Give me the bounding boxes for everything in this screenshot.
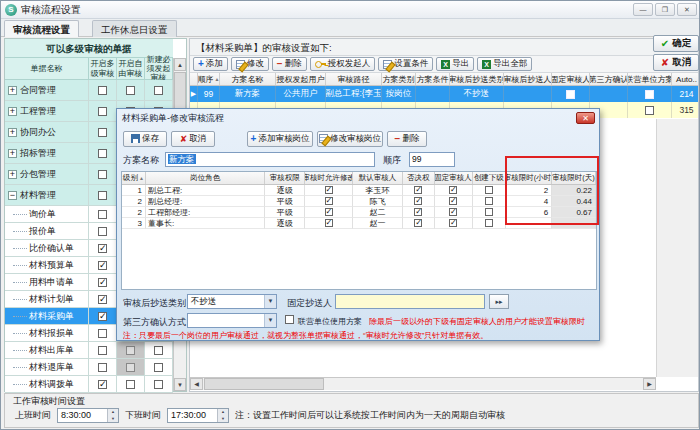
ok-button[interactable]: ✔ 确定 [653,35,699,52]
checkbox[interactable] [98,128,107,137]
checkbox[interactable] [98,149,107,158]
checkbox[interactable] [98,170,107,179]
checkbox[interactable] [645,106,654,115]
spin-down-icon[interactable]: ▼ [108,416,118,423]
checkbox[interactable] [98,295,107,304]
joint-unit-checkbox[interactable] [285,315,294,324]
table-hscrollbar[interactable]: ◀ ▶ [190,377,656,390]
tree-row-材料调拨单[interactable]: 材料调拨单 [5,376,173,393]
checkbox[interactable] [414,197,422,205]
dialog-cancel-button[interactable]: ✘取消 [171,131,215,147]
end-time-field[interactable]: 17:30:00 ▲▼ [167,408,229,423]
checkbox[interactable] [98,278,107,287]
scroll-right-icon[interactable]: ▶ [643,378,656,390]
checkbox[interactable] [98,329,107,338]
edit-icon [319,134,328,143]
tab-rest-day[interactable]: 工作休息日设置 [92,20,177,37]
checkbox[interactable] [325,219,333,227]
toolbar-button-授权发起人[interactable]: 授权发起人 [310,57,376,71]
checkbox[interactable] [449,208,457,216]
cc-type-value: 不抄送 [188,295,264,308]
expand-icon[interactable]: + [8,107,17,116]
scroll-up-icon[interactable]: ▲ [174,58,186,71]
scroll-down-icon[interactable]: ▼ [174,378,186,391]
order-input[interactable]: 99 [409,152,455,167]
chevron-down-icon[interactable]: ▼ [264,295,276,308]
scrollbar-thumb[interactable] [204,378,324,390]
chevron-down-icon[interactable]: ▼ [264,314,276,327]
checkbox[interactable] [154,346,163,355]
checkbox[interactable] [325,208,333,216]
checkbox[interactable] [98,380,107,389]
checkbox[interactable] [449,197,457,205]
checkbox[interactable] [414,219,422,227]
expand-icon[interactable]: + [8,128,17,137]
checkbox[interactable] [98,210,107,219]
checkbox[interactable] [98,261,107,270]
toolbar-button-设置条件[interactable]: 设置条件 [378,57,433,71]
checkbox[interactable] [485,197,493,205]
scheme-table-row[interactable]: ▶99新方案公共用户副总工程:{李玉按岗位不抄送214 [190,86,699,102]
checkbox[interactable] [126,346,135,355]
spin-down-icon[interactable]: ▼ [218,416,228,423]
expand-icon[interactable]: + [8,149,17,158]
checkbox[interactable] [414,208,422,216]
maximize-button-icon[interactable]: ❐ [655,3,675,16]
scheme-name-input[interactable]: 新方案 [165,152,375,167]
checkbox[interactable] [325,186,333,194]
tree-row-材料退库单[interactable]: 材料退库单 [5,359,173,376]
delete-audit-post-button[interactable]: −删除 [387,131,427,147]
checkbox[interactable] [98,227,107,236]
checkbox[interactable] [449,219,457,227]
checkbox[interactable] [98,363,107,372]
checkbox[interactable] [485,219,493,227]
checkbox[interactable] [98,191,107,200]
checkbox[interactable] [98,107,107,116]
checkbox[interactable] [126,86,135,95]
checkbox[interactable] [126,363,135,372]
checkbox[interactable] [154,380,163,389]
minimize-button-icon[interactable]: — [633,3,653,16]
checkbox[interactable] [449,186,457,194]
grid-cell-level: 2 [122,196,146,207]
modify-audit-post-button[interactable]: 修改审核岗位 [317,131,383,147]
start-time-stepper[interactable]: ▲▼ [107,409,118,422]
close-button-icon[interactable]: ✕ [677,3,697,16]
checkbox[interactable] [154,86,163,95]
checkbox[interactable] [325,197,333,205]
start-time-field[interactable]: 8:30:00 ▲▼ [57,408,119,423]
tab-audit-process[interactable]: 审核流程设置 [4,20,79,37]
tree-row-材料出库单[interactable]: 材料出库单 [5,342,173,359]
dialog-close-icon[interactable]: ✕ [576,112,595,124]
checkbox[interactable] [414,186,422,194]
scroll-left-icon[interactable]: ◀ [190,378,203,390]
checkbox[interactable] [154,363,163,372]
end-time-stepper[interactable]: ▲▼ [217,409,228,422]
third-party-select[interactable]: ▼ [187,313,277,328]
checkbox[interactable] [645,90,654,99]
browse-button[interactable]: ▸▸ [489,294,509,309]
checkbox[interactable] [485,208,493,216]
checkbox[interactable] [98,86,107,95]
checkbox[interactable] [98,244,107,253]
limit-hint-text: 除最后一级以外的下级有固定审核人的用户才能设置审核限时 [369,316,597,327]
toolbar-button-修改[interactable]: 修改 [231,57,269,71]
toolbar-button-导出全部[interactable]: X导出全部 [477,57,532,71]
expand-icon[interactable]: + [8,86,17,95]
fixed-cc-input[interactable] [335,294,485,309]
checkbox[interactable] [126,380,135,389]
save-button[interactable]: 保存 [123,131,167,147]
checkbox[interactable] [98,312,107,321]
toolbar-button-添加[interactable]: +添加 [193,57,228,71]
cc-type-select[interactable]: 不抄送 ▼ [187,294,277,309]
cancel-button[interactable]: ✘ 取消 [653,54,699,71]
add-audit-post-button[interactable]: +添加审核岗位 [247,131,313,147]
tree-row-合同管理[interactable]: +合同管理 [5,80,173,101]
toolbar-button-导出[interactable]: X导出 [436,57,474,71]
expand-icon[interactable]: + [8,170,17,179]
checkbox[interactable] [98,346,107,355]
checkbox[interactable] [485,186,493,194]
toolbar-button-删除[interactable]: −删除 [272,57,307,71]
collapse-icon[interactable]: − [8,191,17,200]
checkbox[interactable] [566,90,575,99]
